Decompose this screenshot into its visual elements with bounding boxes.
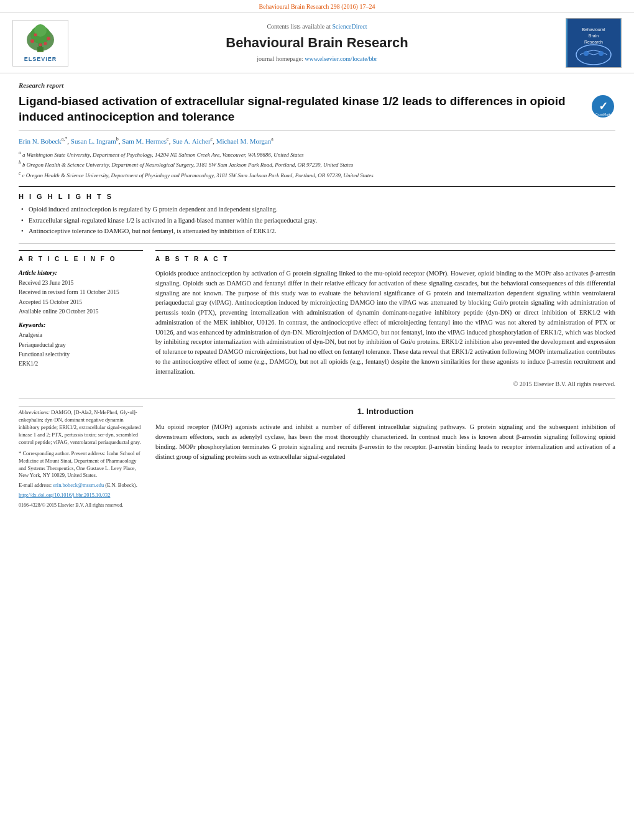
journal-cover-image: Behavioural Brain Research: [566, 18, 622, 68]
author-2-affil: b: [116, 136, 119, 142]
svg-point-5: [30, 39, 34, 43]
keywords-title: Keywords:: [19, 321, 143, 330]
svg-text:Behavioural: Behavioural: [582, 27, 605, 32]
keyword-4: ERK1/2: [19, 360, 143, 368]
highlight-1: Opioid induced antinociception is regula…: [19, 205, 615, 215]
elsevier-tree-icon: [19, 21, 62, 55]
author-4-affil: c: [211, 136, 213, 142]
section-separator: [19, 398, 615, 399]
svg-point-7: [39, 43, 42, 46]
sciencedirect-link[interactable]: ScienceDirect: [332, 23, 367, 30]
report-type: Research report: [19, 81, 615, 90]
svg-point-6: [47, 37, 50, 40]
author-1: Erin N. Bobeck: [19, 137, 62, 144]
keyword-2: Periaqueductal gray: [19, 341, 143, 349]
highlights-section: H I G H L I G H T S Opioid induced antin…: [19, 186, 615, 244]
keyword-3: Functional selectivity: [19, 351, 143, 359]
author-3: Sam M. Hermes: [122, 137, 167, 144]
abstract-header: A B S T R A C T: [155, 255, 615, 264]
homepage-text: journal homepage:: [257, 55, 303, 62]
homepage-link[interactable]: www.elsevier.com/locate/bbr: [305, 55, 377, 62]
main-content: Research report Ligand-biased activation…: [0, 73, 634, 519]
svg-text:✓: ✓: [599, 100, 608, 113]
issn-line: 0166-4328/© 2015 Elsevier B.V. All right…: [19, 502, 143, 509]
history-accepted: Accepted 15 October 2015: [19, 298, 143, 307]
author-4: Sue A. Aicher: [172, 137, 210, 144]
abbreviations-block: Abbreviations: DAMGO, [D-Ala2, N-MePhe4,…: [19, 409, 143, 446]
abstract-copyright: © 2015 Elsevier B.V. All rights reserved…: [155, 380, 615, 389]
svg-point-8: [34, 33, 37, 36]
contents-line: Contents lists available at ScienceDirec…: [68, 22, 566, 31]
author-5: Michael M. Morgan: [216, 137, 272, 144]
keyword-1: Analgesia: [19, 331, 143, 339]
article-info-header: A R T I C L E I N F O: [19, 255, 143, 264]
svg-text:Research: Research: [584, 40, 603, 44]
email-note: (E.N. Bobeck).: [105, 482, 137, 488]
contents-text: Contents lists available at: [267, 23, 330, 30]
author-1-affil: a,*: [62, 136, 68, 142]
email-label: E-mail address:: [19, 482, 52, 488]
abstract-section: A B S T R A C T Opioids produce antinoci…: [155, 250, 615, 389]
homepage-line: journal homepage: www.elsevier.com/locat…: [68, 55, 566, 63]
abstract-col: A B S T R A C T Opioids produce antinoci…: [155, 250, 615, 389]
journal-citation: Behavioural Brain Research 298 (2016) 17…: [259, 3, 375, 10]
author-5-affil: a: [271, 136, 273, 142]
highlights-title: H I G H L I G H T S: [19, 192, 615, 201]
authors-line: Erin N. Bobecka,*, Susan L. Ingramb, Sam…: [19, 136, 615, 146]
paper-title-section: Ligand-biased activation of extracellula…: [19, 94, 615, 130]
issn-text: 0166-4328/© 2015 Elsevier B.V. All right…: [19, 502, 123, 508]
intro-section: Abbreviations: DAMGO, [D-Ala2, N-MePhe4,…: [19, 406, 615, 512]
crossmark-icon: ✓ CrossMark: [590, 94, 615, 119]
abbreviations-label: Abbreviations:: [19, 409, 50, 415]
highlight-2: Extracellular signal-regulated kinase 1/…: [19, 216, 615, 226]
journal-main-title: Behavioural Brain Research: [68, 34, 566, 53]
corresponding-label: * Corresponding author.: [19, 450, 70, 456]
highlight-3: Antinociceptive tolerance to DAMGO, but …: [19, 227, 615, 236]
affiliations: a a Washington State University, Departm…: [19, 150, 615, 180]
svg-text:CrossMark: CrossMark: [595, 113, 611, 116]
journal-header: ELSEVIER Contents lists available at Sci…: [0, 13, 634, 73]
footnotes-col: Abbreviations: DAMGO, [D-Ala2, N-MePhe4,…: [19, 406, 143, 512]
history-received: Received 23 June 2015: [19, 279, 143, 287]
author-2: Susan L. Ingram: [71, 137, 116, 144]
elsevier-text: ELSEVIER: [24, 55, 57, 63]
intro-text-col: 1. Introduction Mu opioid receptor (MOPr…: [155, 406, 615, 512]
email-line: E-mail address: erin.bobeck@mssm.edu (E.…: [19, 482, 143, 489]
elsevier-logo: ELSEVIER: [12, 20, 68, 67]
journal-title-area: Contents lists available at ScienceDirec…: [68, 22, 566, 64]
email-link[interactable]: erin.bobeck@mssm.edu: [53, 482, 104, 488]
affiliation-a: a a Washington State University, Departm…: [19, 150, 615, 159]
journal-top-bar: Behavioural Brain Research 298 (2016) 17…: [0, 0, 634, 13]
article-history: Article history: Received 23 June 2015 R…: [19, 269, 143, 316]
page-wrapper: Behavioural Brain Research 298 (2016) 17…: [0, 0, 634, 519]
doi-line: http://dx.doi.org/10.1016/j.bbr.2015.10.…: [19, 492, 143, 499]
svg-point-9: [44, 42, 47, 45]
intro-heading: 1. Introduction: [155, 406, 615, 417]
affiliation-b: b b Oregon Health & Science University, …: [19, 160, 615, 169]
paper-title: Ligand-biased activation of extracellula…: [19, 94, 590, 124]
svg-point-16: [599, 51, 604, 56]
history-title: Article history:: [19, 269, 143, 277]
svg-text:Brain: Brain: [588, 34, 598, 38]
affiliation-c: c c Oregon Health & Science University, …: [19, 170, 615, 180]
history-revised: Received in revised form 11 October 2015: [19, 288, 143, 297]
corresponding-note: * Corresponding author. Present address:…: [19, 450, 143, 480]
article-info-section: A R T I C L E I N F O Article history: R…: [19, 250, 143, 368]
abstract-text: Opioids produce antinociception by activ…: [155, 269, 615, 376]
intro-body: Mu opioid receptor (MOPr) agonists activ…: [155, 422, 615, 461]
author-3-affil: c: [167, 136, 169, 142]
svg-point-15: [584, 51, 589, 56]
history-online: Available online 20 October 2015: [19, 308, 143, 316]
journal-cover-svg: Behavioural Brain Research: [567, 19, 620, 67]
article-info-abstract-layout: A R T I C L E I N F O Article history: R…: [19, 250, 615, 389]
article-info-col: A R T I C L E I N F O Article history: R…: [19, 250, 143, 389]
doi-link[interactable]: http://dx.doi.org/10.1016/j.bbr.2015.10.…: [19, 492, 110, 498]
